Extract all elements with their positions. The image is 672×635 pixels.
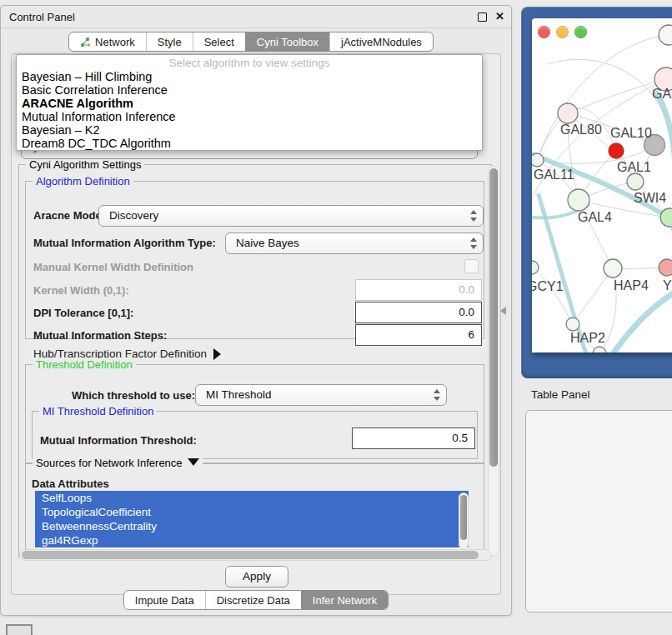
network-node-gal11[interactable] [532, 153, 544, 167]
network-node[interactable] [659, 25, 672, 45]
network-node-label: GAL4 [578, 210, 612, 224]
data-attribute-item[interactable]: BetweennessCentrality [35, 519, 469, 533]
network-node-label: GCY1 [532, 279, 564, 293]
network-node[interactable] [593, 347, 606, 352]
network-node-label: GAL [652, 87, 672, 101]
mi-threshold-value: 0.5 [452, 432, 468, 444]
which-threshold-value: MI Threshold [206, 388, 272, 401]
splitter-arrow-icon[interactable] [500, 307, 506, 315]
tab-select[interactable]: Select [193, 32, 245, 51]
algorithm-option[interactable]: Bayesian – Hill Climbing [17, 70, 482, 83]
algorithm-option[interactable]: Basic Correlation Inference [17, 83, 482, 97]
threshold-definition-title: Threshold Definition [33, 358, 136, 371]
mi-threshold-field[interactable]: 0.5 [352, 428, 475, 449]
tab-jactivemnodules[interactable]: jActiveMNodules [329, 32, 433, 51]
network-node-gal1[interactable] [627, 173, 644, 190]
tab-label: jActiveMNodules [341, 36, 422, 48]
network-node-hap2[interactable] [566, 318, 579, 331]
network-node-hap4[interactable] [604, 259, 622, 278]
data-attribute-item[interactable]: gal4RGexp [35, 533, 469, 548]
mi-steps-label: Mutual Information Steps: [33, 329, 167, 342]
close-panel-icon[interactable]: ✕ [495, 10, 504, 22]
tab-label: Infer Network [313, 594, 377, 607]
algorithm-option[interactable]: ARACNE Algorithm [17, 97, 482, 110]
which-threshold-label: Which threshold to use: [72, 389, 195, 402]
bottom-tabs-segment: Impute DataDiscretize DataInfer Network [123, 590, 389, 610]
network-view[interactable]: GALGAL80GAL10GAL11GAL1GAL4SWI4GCY1HAP4YH… [532, 18, 672, 352]
settings-vertical-scrollbar[interactable] [488, 166, 499, 556]
collapse-down-icon [188, 458, 199, 466]
screen: Control Panel ✕ NetworkStyleSelectCyni T… [0, 0, 672, 635]
settings-vertical-scrollbar-thumb[interactable] [489, 168, 498, 467]
control-panel-titlebar: Control Panel ✕ [1, 6, 511, 28]
network-tab-icon [80, 37, 91, 48]
manual-kernel-label: Manual Kernel Width Definition [33, 261, 193, 273]
sources-title-toggle[interactable]: Sources for Network Inference [33, 457, 203, 469]
tab-label: Select [204, 36, 234, 48]
tab-label: Style [158, 36, 182, 48]
attributes-list-scrollbar[interactable] [459, 492, 469, 549]
network-node-gal10[interactable] [609, 143, 624, 158]
minimized-panel-icon[interactable] [6, 624, 33, 635]
kernel-width-value: 0.0 [459, 283, 474, 296]
control-panel-title: Control Panel [9, 11, 75, 23]
settings-horizontal-scrollbar-thumb[interactable] [22, 551, 479, 559]
which-threshold-combo[interactable]: MI Threshold [195, 384, 447, 406]
mi-type-combo[interactable]: Naive Bayes [225, 232, 484, 254]
network-graph[interactable]: GALGAL80GAL10GAL11GAL1GAL4SWI4GCY1HAP4YH… [532, 18, 672, 352]
attributes-list-scrollbar-thumb[interactable] [460, 495, 467, 540]
network-edge-highlighted[interactable] [609, 290, 672, 352]
aracne-mode-value: Discovery [109, 209, 158, 222]
window-zoom-button[interactable] [574, 26, 587, 38]
aracne-mode-combo[interactable]: Discovery [98, 205, 484, 227]
data-attribute-item[interactable]: SelfLoops [35, 491, 469, 505]
window-close-button[interactable] [538, 26, 550, 38]
tab-cyni-toolbox[interactable]: Cyni Toolbox [245, 32, 329, 51]
dpi-tolerance-label: DPI Tolerance [0,1]: [33, 307, 133, 319]
mi-steps-field[interactable]: 6 [355, 324, 482, 346]
combo-stepper-icon [470, 210, 478, 222]
cyni-settings-title: Cyni Algorithm Settings [26, 158, 144, 171]
settings-horizontal-scrollbar[interactable] [19, 549, 492, 561]
tab-infer-network[interactable]: Infer Network [301, 591, 388, 609]
apply-button[interactable]: Apply [225, 566, 288, 588]
manual-kernel-checkbox[interactable] [464, 259, 479, 273]
float-panel-icon[interactable] [478, 12, 487, 22]
mi-threshold-label: Mutual Information Threshold: [40, 434, 197, 447]
window-minimize-button[interactable] [556, 26, 569, 38]
tab-style[interactable]: Style [146, 32, 193, 51]
tab-impute-data[interactable]: Impute Data [124, 591, 205, 609]
network-node-label: GAL80 [560, 122, 602, 137]
sources-title: Sources for Network Inference [36, 457, 183, 469]
data-attributes-label: Data Attributes [32, 478, 109, 490]
data-attribute-item[interactable]: TopologicalCoefficient [35, 505, 469, 519]
dpi-tolerance-field[interactable]: 0.0 [355, 302, 482, 323]
network-node-label: GAL1 [617, 160, 651, 174]
network-node-gal4[interactable] [568, 189, 589, 211]
network-node-label: SWI4 [634, 191, 666, 205]
control-panel-window: Control Panel ✕ NetworkStyleSelectCyni T… [0, 5, 512, 616]
algorithm-option[interactable]: Mutual Information Inference [17, 110, 482, 123]
network-node-y[interactable] [659, 259, 672, 276]
data-attributes-list[interactable]: SelfLoopsTopologicalCoefficientBetweenne… [35, 491, 469, 549]
network-edge[interactable] [573, 268, 613, 324]
bottom-tab-bar: Impute DataDiscretize DataInfer Network [1, 590, 511, 610]
network-node-label: HAP2 [570, 331, 605, 345]
tab-network[interactable]: Network [69, 32, 146, 51]
tab-label: Impute Data [135, 594, 194, 607]
algorithm-dropdown-placeholder: Select algorithm to view settings [17, 57, 482, 69]
mi-steps-value: 6 [468, 328, 474, 341]
network-node-label: HAP4 [614, 278, 649, 292]
network-node-gal80[interactable] [558, 103, 578, 123]
tab-discretize-data[interactable]: Discretize Data [205, 591, 301, 609]
algorithm-dropdown-popup: Select algorithm to view settings Bayesi… [16, 54, 483, 151]
mi-type-label: Mutual Information Algorithm Type: [33, 237, 216, 249]
aracne-mode-label: Aracne Mode: [33, 209, 105, 222]
algorithm-option[interactable]: Bayesian – K2 [17, 123, 482, 137]
kernel-width-field[interactable]: 0.0 [355, 279, 482, 301]
kernel-width-label: Kernel Width (0,1): [33, 284, 129, 297]
algorithm-dropdown-list: Bayesian – Hill ClimbingBasic Correlatio… [17, 70, 482, 150]
top-tab-bar: NetworkStyleSelectCyni ToolboxjActiveMNo… [1, 32, 501, 52]
algorithm-option[interactable]: Dream8 DC_TDC Algorithm [17, 137, 482, 150]
combo-stepper-icon [470, 238, 478, 249]
